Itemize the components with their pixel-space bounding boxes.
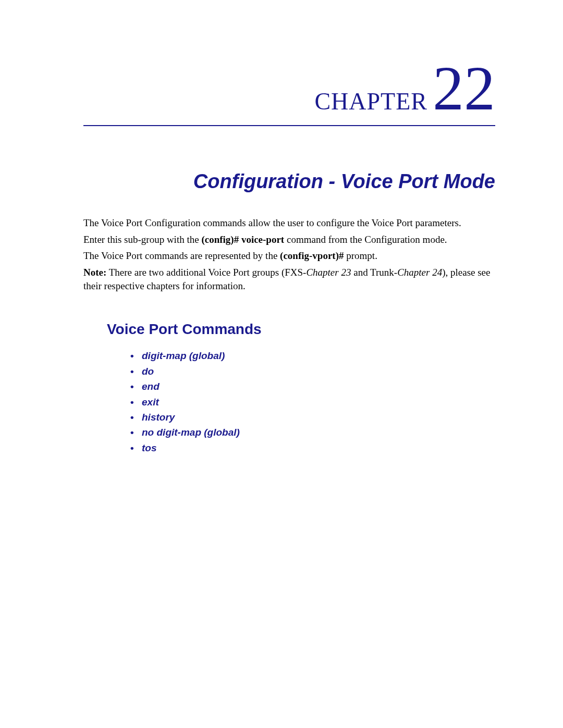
section-heading: Voice Port Commands: [107, 321, 495, 338]
list-item[interactable]: history: [130, 410, 495, 425]
p2-bold: (config)# voice-port: [201, 234, 284, 245]
list-item[interactable]: tos: [130, 440, 495, 455]
p4-a: There are two additional Voice Port grou…: [106, 267, 306, 278]
p4-italic2: Chapter 24: [397, 267, 442, 278]
p4-b: and Trunk-: [351, 267, 397, 278]
intro-paragraph-4: Note: There are two additional Voice Por…: [83, 266, 495, 292]
list-item[interactable]: digit-map (global): [130, 348, 495, 363]
note-label: Note:: [83, 267, 106, 278]
chapter-number: 22: [433, 57, 495, 120]
chapter-title: Configuration - Voice Port Mode: [83, 170, 495, 193]
p2-pre: Enter this sub-group with the: [83, 234, 201, 245]
intro-paragraphs: The Voice Port Configuration commands al…: [83, 216, 495, 292]
intro-paragraph-3: The Voice Port commands are represented …: [83, 249, 495, 263]
list-item[interactable]: end: [130, 379, 495, 394]
p3-post: prompt.: [344, 250, 377, 261]
p4-italic1: Chapter 23: [306, 267, 351, 278]
command-list: digit-map (global) do end exit history n…: [130, 348, 495, 455]
p2-post: command from the Configuration mode.: [284, 234, 447, 245]
chapter-label: CHAPTER: [314, 88, 427, 115]
intro-paragraph-1: The Voice Port Configuration commands al…: [83, 216, 495, 230]
list-item[interactable]: exit: [130, 394, 495, 410]
chapter-header: CHAPTER 22: [83, 57, 495, 120]
list-item[interactable]: no digit-map (global): [130, 425, 495, 440]
p3-pre: The Voice Port commands are represented …: [83, 250, 280, 261]
p3-bold: (config-vport)#: [280, 250, 344, 261]
intro-paragraph-2: Enter this sub-group with the (config)# …: [83, 233, 495, 246]
header-divider: [83, 125, 495, 126]
list-item[interactable]: do: [130, 364, 495, 379]
